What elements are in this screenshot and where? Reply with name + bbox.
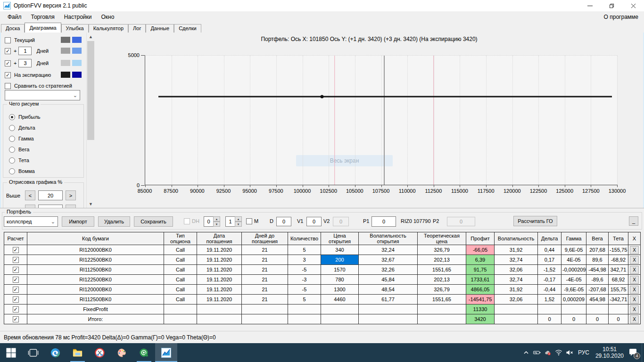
cell-theta[interactable]: 342,71 [609, 265, 628, 275]
spinner-2-input[interactable] [225, 216, 235, 227]
cell-vega[interactable]: 454,98 [586, 295, 609, 304]
cell-calc[interactable] [4, 265, 27, 275]
tab-diagram[interactable]: Диаграмма [25, 23, 61, 33]
cell-expiry[interactable]: 19.11.2020 [197, 245, 242, 255]
cell-calc[interactable] [4, 314, 27, 324]
row-calc-checkbox[interactable] [13, 247, 19, 253]
cell-open_vol[interactable] [359, 304, 418, 314]
draw-option-theta[interactable]: Тета [9, 156, 80, 165]
layer-plus3-color-swatch-2[interactable] [72, 60, 82, 66]
cell-open_vol[interactable]: 32,24 [359, 245, 418, 255]
fullscreen-button[interactable]: Весь экран [296, 155, 393, 166]
column-header-days[interactable]: Дней до погашения [242, 232, 288, 245]
column-header-open_price[interactable]: Цена открытия [321, 232, 359, 245]
row-calc-checkbox[interactable] [13, 257, 19, 263]
layer-current-color-swatch-2[interactable] [72, 37, 82, 43]
cell-open_price[interactable]: 200 [321, 255, 359, 265]
cell-qty[interactable]: -5 [288, 265, 321, 275]
column-header-calc[interactable]: Расчет [4, 232, 27, 245]
cell-profit[interactable]: 1733,61 [466, 275, 495, 285]
cell-open_vol[interactable] [359, 314, 418, 324]
cell-remove[interactable]: X [628, 245, 641, 255]
cell-gamma[interactable]: 4E-05 [561, 255, 586, 265]
taskbar-optionfvv-button[interactable] [155, 343, 177, 362]
cell-expiry[interactable]: 19.11.2020 [197, 255, 242, 265]
cell-vega[interactable] [586, 304, 609, 314]
layer-plus1-days-input[interactable] [18, 47, 32, 55]
tray-chevron-up-icon[interactable] [522, 349, 530, 356]
cell-code[interactable]: RI122500BK0 [27, 255, 164, 265]
cell-theo_price[interactable]: 202,13 [418, 275, 466, 285]
cell-type[interactable]: Call [164, 245, 197, 255]
cell-calc[interactable] [4, 304, 27, 314]
cell-theta[interactable]: 0 [609, 314, 628, 324]
cell-calc[interactable] [4, 285, 27, 295]
cell-open_vol[interactable]: 32,67 [359, 255, 418, 265]
cell-code[interactable]: Итого: [27, 314, 164, 324]
menu-item-window[interactable]: Окно [97, 14, 119, 20]
cell-delta[interactable]: 1,52 [538, 295, 561, 304]
cell-code[interactable]: RI112500BK0 [27, 265, 164, 275]
spin-down-icon[interactable]: ▼ [213, 222, 220, 227]
cell-code[interactable]: RI112500BK0 [27, 295, 164, 304]
cell-expiry[interactable]: 19.11.2020 [197, 265, 242, 275]
spinner-1-input[interactable] [204, 216, 214, 227]
cell-delta[interactable]: 0,17 [538, 255, 561, 265]
column-header-remove[interactable]: X [628, 232, 641, 245]
layer-plus3-days-input[interactable] [18, 59, 32, 67]
cell-calc[interactable] [4, 245, 27, 255]
cell-qty[interactable]: 3 [288, 255, 321, 265]
cell-delta[interactable] [538, 304, 561, 314]
cell-code[interactable]: RI120000BK0 [27, 245, 164, 255]
cell-profit[interactable]: 4866,05 [466, 285, 495, 295]
draw-option-vomma[interactable]: Вомма [9, 167, 80, 175]
cell-remove[interactable]: X [628, 255, 641, 265]
cell-calc[interactable] [4, 255, 27, 265]
cell-open_vol[interactable]: 48,54 [359, 285, 418, 295]
cell-profit[interactable]: 11330 [466, 304, 495, 314]
cell-volatility[interactable]: 31,92 [495, 245, 538, 255]
cell-gamma[interactable] [561, 304, 586, 314]
cell-expiry[interactable]: 19.11.2020 [197, 295, 242, 304]
tab-data[interactable]: Данные [146, 24, 174, 33]
p1-input[interactable] [372, 216, 396, 227]
cell-theta[interactable] [609, 304, 628, 314]
spin-up-icon[interactable]: ▲ [213, 216, 220, 222]
m-checkbox[interactable] [246, 218, 252, 224]
render-below-input[interactable] [38, 205, 63, 208]
cell-open_price[interactable] [321, 314, 359, 324]
tray-battery-icon[interactable] [533, 349, 541, 356]
layer-plus1-color-swatch-1[interactable] [61, 48, 70, 54]
cell-theo_price[interactable]: 1551,65 [418, 295, 466, 304]
cell-gamma[interactable]: -0,000209 [561, 265, 586, 275]
cell-qty[interactable]: 5 [288, 245, 321, 255]
cell-theta[interactable]: -342,71 [609, 295, 628, 304]
cell-expiry[interactable]: 19.11.2020 [197, 275, 242, 285]
row-remove-button[interactable]: X [630, 296, 639, 304]
cell-expiry[interactable]: 19.11.2020 [197, 285, 242, 295]
row-calc-checkbox[interactable] [13, 296, 19, 303]
taskbar-edge-button[interactable] [44, 343, 66, 362]
layer-plus1-checkbox[interactable] [5, 48, 11, 54]
column-header-vega[interactable]: Вега [586, 232, 609, 245]
cell-volatility[interactable]: 31,92 [495, 285, 538, 295]
cell-theta[interactable]: -155,75 [609, 245, 628, 255]
radio-profit[interactable] [9, 114, 15, 120]
v1-input[interactable] [306, 217, 322, 226]
row-remove-button[interactable]: X [630, 266, 639, 274]
column-header-theta[interactable]: Тета [609, 232, 628, 245]
cell-remove[interactable]: X [628, 314, 641, 324]
cell-gamma[interactable]: 0 [561, 314, 586, 324]
v2-input[interactable] [333, 217, 349, 226]
cell-vega[interactable]: -207,68 [586, 285, 609, 295]
render-below-increase-button[interactable]: > [66, 205, 76, 208]
cell-type[interactable]: Call [164, 295, 197, 304]
menu-item-file[interactable]: Файл [3, 14, 26, 20]
cell-type[interactable]: Call [164, 255, 197, 265]
tab-smile[interactable]: Улыбка [61, 24, 89, 33]
tray-wifi-icon[interactable] [555, 349, 562, 356]
cell-calc[interactable] [4, 275, 27, 285]
cell-vega[interactable]: 207,68 [586, 245, 609, 255]
cell-expiry[interactable] [197, 304, 242, 314]
cell-remove[interactable]: X [628, 275, 641, 285]
